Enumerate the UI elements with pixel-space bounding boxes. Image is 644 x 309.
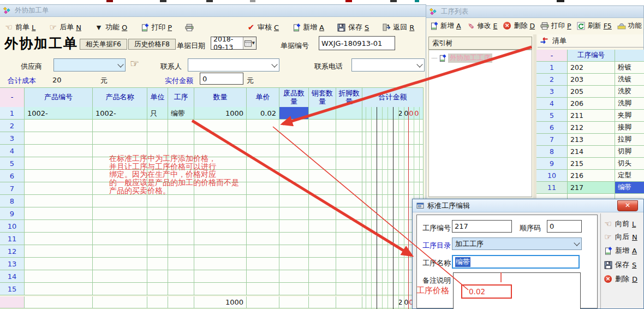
- grid-cell[interactable]: 214: [568, 146, 615, 158]
- grid-cell[interactable]: [309, 270, 336, 283]
- grid-cell[interactable]: 切脚: [615, 146, 644, 158]
- grid-cell[interactable]: [168, 132, 194, 145]
- grid-cell[interactable]: 206: [568, 98, 615, 110]
- grid-cell[interactable]: [362, 182, 424, 195]
- grid-cell[interactable]: [309, 132, 336, 145]
- grid-cell[interactable]: 编带: [615, 182, 644, 194]
- grid-cell[interactable]: [247, 233, 279, 245]
- grid-cell[interactable]: [168, 270, 194, 283]
- function-button[interactable]: ▼ 功能O: [94, 22, 127, 32]
- grid-cell[interactable]: [168, 233, 194, 245]
- grid-cell[interactable]: [25, 157, 93, 170]
- grid-cell[interactable]: [93, 195, 147, 207]
- grid-cell[interactable]: [309, 233, 336, 245]
- grid-cell[interactable]: [362, 132, 424, 145]
- grid-cell[interactable]: [336, 283, 362, 295]
- grid-cell[interactable]: 编带: [168, 107, 194, 120]
- delete-process-button[interactable]: × 删除D: [503, 21, 535, 31]
- grid-cell[interactable]: [309, 107, 336, 120]
- docno-field[interactable]: WXJG-180913-01: [319, 36, 395, 50]
- grid-cell[interactable]: [147, 120, 168, 132]
- grid-cell[interactable]: 4: [0, 145, 25, 157]
- grid-cell[interactable]: 拉脚: [615, 134, 644, 146]
- grid-cell[interactable]: [93, 245, 147, 258]
- grid-cell[interactable]: 洗镀: [615, 74, 644, 86]
- column-header[interactable]: 工序编号: [568, 50, 615, 62]
- grid-cell[interactable]: [168, 283, 194, 295]
- grid-cell[interactable]: 2: [536, 74, 568, 86]
- grid-cell[interactable]: [309, 120, 336, 132]
- function-menu-button[interactable]: 功能O: [617, 21, 644, 31]
- grid-cell[interactable]: [194, 233, 247, 245]
- phone-combo[interactable]: [351, 58, 425, 72]
- grid-cell[interactable]: [336, 182, 362, 195]
- supplier-combo[interactable]: [53, 58, 126, 72]
- grid-cell[interactable]: 1: [0, 107, 25, 120]
- grid-cell[interactable]: [362, 157, 424, 170]
- date-picker-button[interactable]: ▼: [243, 37, 256, 49]
- column-header[interactable]: [615, 50, 644, 62]
- grid-cell[interactable]: [336, 145, 362, 157]
- column-header[interactable]: 产品名称: [93, 88, 147, 108]
- grid-cell[interactable]: [25, 233, 93, 245]
- grid-cell[interactable]: [336, 220, 362, 233]
- grid-cell[interactable]: 粉镀: [615, 62, 644, 74]
- grid-cell[interactable]: [194, 195, 247, 207]
- sequence-field[interactable]: 0: [547, 220, 582, 233]
- grid-cell[interactable]: [336, 258, 362, 270]
- grid-cell[interactable]: 203: [568, 74, 615, 86]
- grid-cell[interactable]: 10: [536, 170, 568, 182]
- grid-cell[interactable]: [147, 270, 168, 283]
- grid-cell[interactable]: [25, 170, 93, 182]
- grid-cell[interactable]: [168, 207, 194, 220]
- column-header[interactable]: 单位: [147, 88, 168, 108]
- column-header[interactable]: 数量: [194, 88, 247, 108]
- print-list-button[interactable]: 打印P: [540, 21, 571, 31]
- grid-cell[interactable]: 洗脚: [615, 98, 644, 110]
- grid-cell[interactable]: 13: [0, 258, 25, 270]
- grid-cell[interactable]: 切头: [615, 158, 644, 170]
- column-header[interactable]: 合计金额: [362, 88, 424, 108]
- process-category-combo[interactable]: 加工工序: [452, 237, 582, 250]
- close-button[interactable]: ✕: [617, 200, 638, 211]
- grid-cell[interactable]: [336, 157, 362, 170]
- grid-cell[interactable]: 15: [0, 283, 25, 295]
- grid-cell[interactable]: [168, 245, 194, 258]
- grid-cell[interactable]: 215: [568, 158, 615, 170]
- grid-cell[interactable]: [279, 170, 309, 182]
- grid-cell[interactable]: [279, 270, 309, 283]
- grid-cell[interactable]: [279, 207, 309, 220]
- grid-cell[interactable]: 202: [568, 62, 615, 74]
- grid-cell[interactable]: [194, 270, 247, 283]
- grid-cell[interactable]: [279, 195, 309, 207]
- dialog-prev-button[interactable]: ☜ 向前L: [604, 219, 636, 229]
- grid-cell[interactable]: [25, 283, 93, 295]
- add-button[interactable]: 新增A: [292, 22, 324, 32]
- grid-cell[interactable]: 8: [536, 146, 568, 158]
- grid-cell[interactable]: 3: [536, 86, 568, 98]
- grid-cell[interactable]: [247, 170, 279, 182]
- grid-cell[interactable]: [147, 220, 168, 233]
- process-row[interactable]: 2203洗镀: [536, 74, 644, 86]
- grid-cell[interactable]: [25, 270, 93, 283]
- date-field[interactable]: 2018-09-13 ▼: [211, 37, 257, 50]
- column-header[interactable]: -: [536, 50, 568, 62]
- grid-cell[interactable]: [279, 107, 309, 120]
- grid-cell[interactable]: [147, 207, 168, 220]
- grid-cell[interactable]: [93, 233, 147, 245]
- dialog-titlebar[interactable]: 标准工序编辑: [413, 199, 643, 212]
- grid-cell[interactable]: 213: [568, 134, 615, 146]
- grid-cell[interactable]: [279, 157, 309, 170]
- grid-cell[interactable]: [247, 182, 279, 195]
- grid-cell[interactable]: 9: [0, 207, 25, 220]
- grid-cell[interactable]: [194, 258, 247, 270]
- grid-cell[interactable]: [336, 132, 362, 145]
- process-row[interactable]: 7213拉脚: [536, 134, 644, 146]
- audit-button[interactable]: ✔ 审核C: [247, 22, 279, 32]
- dialog-delete-button[interactable]: × 删除D: [604, 274, 637, 284]
- grid-cell[interactable]: [168, 220, 194, 233]
- process-row[interactable]: 9215切头: [536, 158, 644, 170]
- process-code-field[interactable]: 217: [452, 220, 512, 233]
- grid-cell[interactable]: [247, 283, 279, 295]
- grid-cell[interactable]: 14: [0, 270, 25, 283]
